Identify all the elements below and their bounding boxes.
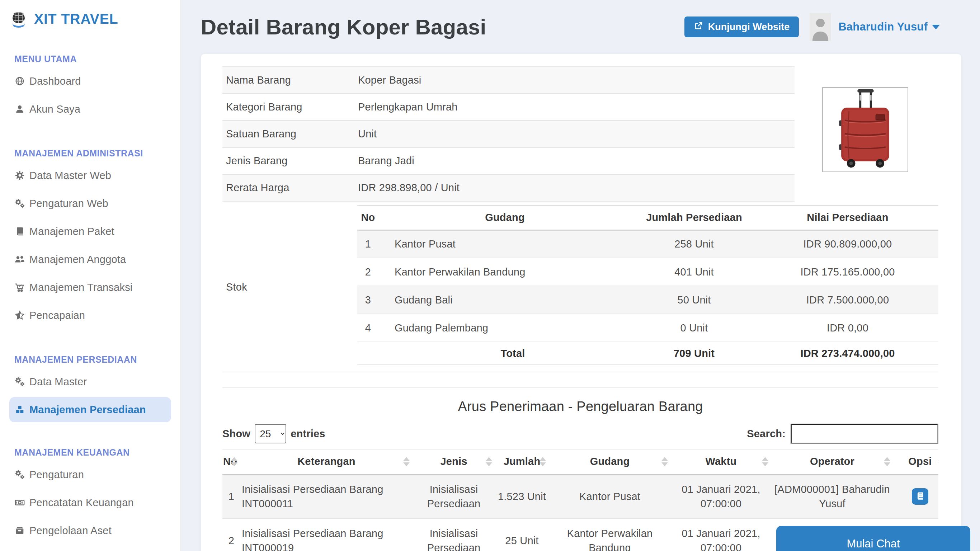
sidebar-item-manajemen-paket[interactable]: Manajemen Paket: [0, 217, 180, 245]
archive-icon: [14, 524, 26, 537]
stok-cell-nilai: IDR 175.165.000,00: [757, 258, 939, 286]
flow-cell-keterangan: Inisialisasi Persediaan Barang INT000019: [240, 519, 412, 551]
sidebar-item-label: Dashboard: [29, 75, 81, 87]
sidebar-item-data-master[interactable]: Data Master: [0, 368, 180, 396]
brand[interactable]: XIT TRAVEL: [0, 0, 180, 29]
avatar[interactable]: [810, 13, 831, 41]
sidebar-item-pengelolaan-aset[interactable]: Pengelolaan Aset: [0, 517, 180, 545]
sidebar-section: MANAJEMEN KEUANGANPengaturanPencatatan K…: [0, 447, 180, 551]
detail-row: Rerata HargaIDR 298.898,00 / Unit: [223, 174, 795, 201]
stok-total-nilai: IDR 273.474.000,00: [757, 342, 939, 365]
sidebar-item-pengaturan-web[interactable]: Pengaturan Web: [0, 190, 180, 217]
book-icon: [915, 491, 925, 502]
stok-table: NoGudangJumlah PersediaanNilai Persediaa…: [357, 205, 939, 365]
stok-header-nilai: Nilai Persediaan: [757, 205, 939, 230]
flow-cell-jenis: Inisialisasi Persediaan: [412, 519, 495, 551]
topbar: Detail Barang Koper Bagasi Kunjungi Webs…: [182, 0, 980, 54]
detail-row-label: Kategori Barang: [223, 94, 356, 121]
user-name-label: Baharudin Yusuf: [838, 21, 928, 33]
flow-controls: Show 25 entries Search:: [223, 424, 939, 444]
sidebar-item-pencatatan-keuangan[interactable]: Pencatatan Keuangan: [0, 489, 180, 517]
stok-cell-jumlah: 50 Unit: [632, 286, 757, 314]
detail-row: Nama BarangKoper Bagasi: [223, 67, 795, 94]
flow-header-gudang[interactable]: Gudang: [549, 449, 671, 474]
stok-cell-nilai: IDR 90.809.000,00: [757, 230, 939, 258]
sidebar-item-data-master-web[interactable]: Data Master Web: [0, 161, 180, 190]
sidebar-item-label: Manajemen Paket: [29, 226, 115, 237]
detail-row-label: Nama Barang: [223, 67, 356, 94]
flow-header-operator[interactable]: Operator: [771, 449, 893, 474]
section-divider: [223, 387, 939, 388]
visit-website-label: Kunjungi Website: [708, 22, 790, 33]
flow-cell-waktu: 01 Januari 2021, 07:00:00: [671, 474, 771, 519]
sidebar: XIT TRAVEL MENU UTAMADashboardAkun SayaM…: [0, 0, 181, 551]
sidebar-item-label: Data Master Web: [29, 170, 111, 182]
flow-cell-jenis: Inisialisasi Persediaan: [412, 474, 495, 519]
sidebar-item-pencapaian[interactable]: Pencapaian: [0, 301, 180, 329]
stok-header-no: No: [357, 205, 379, 230]
detail-row-value: Perlengkapan Umrah: [356, 94, 795, 121]
sidebar-item-akun-saya[interactable]: Akun Saya: [0, 95, 180, 123]
sidebar-item-manajemen-persediaan[interactable]: Manajemen Persediaan: [10, 397, 171, 422]
sidebar-item-label: Manajemen Anggota: [29, 253, 126, 266]
sidebar-item-manajemen-transaksi[interactable]: Manajemen Transaksi: [0, 273, 180, 301]
stok-cell-no: 1: [357, 230, 379, 258]
entries-select[interactable]: 25: [255, 424, 286, 443]
stok-header-gudang: Gudang: [379, 205, 632, 230]
flow-header-opsi[interactable]: Opsi: [893, 449, 939, 474]
row-detail-button[interactable]: [912, 488, 928, 505]
stok-cell-no: 2: [357, 258, 379, 286]
start-chat-button[interactable]: Mulai Chat: [776, 526, 970, 551]
flow-cell-no: 2: [223, 519, 240, 551]
sort-arrows-icon: [403, 457, 410, 467]
sort-arrows-icon: [938, 457, 939, 467]
sidebar-item-dashboard[interactable]: Dashboard: [0, 67, 180, 95]
sidebar-section-label: MENU UTAMA: [14, 54, 180, 64]
flow-cell-gudang: Kantor Pusat: [549, 474, 671, 519]
detail-row: Satuan BarangUnit: [223, 121, 795, 147]
flow-cell-waktu: 01 Januari 2021, 07:00:00: [671, 519, 771, 551]
flow-header-jenis[interactable]: Jenis: [412, 449, 495, 474]
sidebar-item-manajemen-anggota[interactable]: Manajemen Anggota: [0, 245, 180, 273]
cubes-icon: [14, 404, 26, 416]
gears-icon: [14, 468, 26, 481]
flow-header-keterangan[interactable]: Keterangan: [240, 449, 412, 474]
sidebar-item-label: Pengelolaan Aset: [29, 525, 111, 537]
detail-row: Jenis BarangBarang Jadi: [223, 147, 795, 174]
sidebar-item-pengaturan[interactable]: Pengaturan: [0, 460, 180, 489]
globe-icon: [14, 75, 26, 87]
detail-row-label: Jenis Barang: [223, 147, 356, 174]
sort-arrows-icon: [486, 457, 492, 467]
sort-arrows-icon: [884, 457, 890, 467]
search-input[interactable]: [791, 424, 939, 444]
user-menu[interactable]: Baharudin Yusuf: [838, 21, 940, 33]
flow-header-waktu[interactable]: Waktu: [671, 449, 771, 474]
flow-cell-gudang: Kantor Perwakilan Bandung: [549, 519, 671, 551]
sidebar-item-label: Pengaturan Web: [29, 197, 108, 210]
flow-header-jumlah[interactable]: Jumlah: [495, 449, 549, 474]
flow-header-no[interactable]: No: [223, 449, 240, 474]
flow-cell-opsi: [893, 474, 939, 519]
stok-cell-jumlah: 401 Unit: [632, 258, 757, 286]
stok-total-row: Total 709 Unit IDR 273.474.000,00: [357, 342, 939, 365]
star-icon: [14, 309, 26, 322]
chevron-down-icon: [932, 25, 940, 29]
detail-row-value: Unit: [356, 121, 795, 147]
stok-section: Stok NoGudangJumlah PersediaanNilai Pers…: [223, 205, 939, 373]
sidebar-item-label: Pengaturan: [29, 469, 84, 481]
book-icon: [14, 225, 26, 237]
sidebar-item-label: Manajemen Transaksi: [29, 282, 133, 293]
sidebar-section-label: MANAJEMEN PERSEDIAAN: [14, 354, 180, 365]
external-link-icon: [694, 21, 703, 33]
sidebar-item-laporan-keuangan[interactable]: Laporan Keuangan: [0, 545, 180, 551]
visit-website-button[interactable]: Kunjungi Website: [684, 16, 799, 37]
flow-section-title: Arus Penerimaan - Pengeluaran Barang: [223, 399, 939, 414]
stok-cell-nilai: IDR 0,00: [757, 314, 939, 342]
gears-icon: [14, 376, 26, 388]
brand-logo-icon: [9, 10, 28, 29]
show-label: Show: [223, 428, 250, 440]
sidebar-section-label: MANAJEMEN ADMINISTRASI: [14, 148, 180, 159]
sort-arrows-icon: [539, 457, 546, 467]
search-label: Search:: [747, 428, 786, 440]
stok-cell-no: 3: [357, 286, 379, 314]
